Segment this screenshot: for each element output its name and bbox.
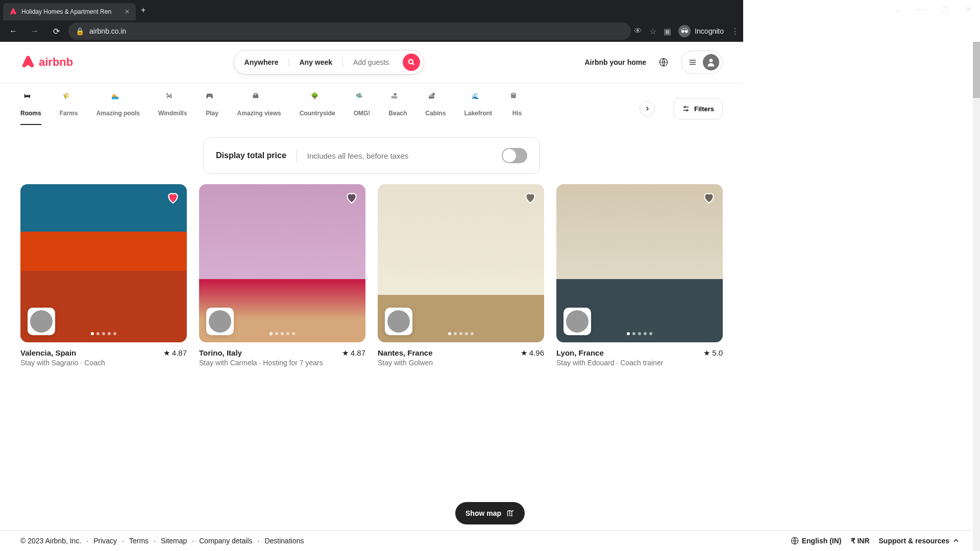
category-amazing-views[interactable]: 🏔Amazing views bbox=[237, 92, 281, 125]
user-menu[interactable] bbox=[681, 51, 723, 74]
carousel-dots bbox=[270, 332, 295, 335]
listing-image[interactable] bbox=[199, 184, 365, 342]
favorite-button[interactable] bbox=[702, 191, 716, 207]
category-label: Play bbox=[206, 110, 218, 117]
listing-card[interactable]: Lyon, France ★ 5.0 Stay with Edouard · C… bbox=[556, 184, 723, 367]
category-rooms[interactable]: 🛏Rooms bbox=[20, 92, 41, 125]
category-amazing-pools[interactable]: 🏊Amazing pools bbox=[96, 92, 140, 125]
search-icon bbox=[408, 59, 415, 66]
category-farms[interactable]: 🌾Farms bbox=[60, 92, 78, 125]
carousel-dots bbox=[448, 332, 474, 335]
category-icon: 🎮 bbox=[206, 92, 219, 106]
url-input[interactable]: 🔒 airbnb.co.in bbox=[68, 22, 631, 40]
listing-card[interactable]: Torino, Italy ★ 4.87 Stay with Carmela ·… bbox=[199, 184, 365, 367]
incognito-icon: 🕶 bbox=[678, 25, 691, 37]
host-badge bbox=[206, 308, 234, 335]
category-beach[interactable]: 🏖Beach bbox=[388, 92, 407, 125]
kebab-menu-icon[interactable]: ⋮ bbox=[731, 27, 739, 36]
heart-icon bbox=[345, 191, 358, 205]
globe-icon bbox=[659, 58, 668, 67]
category-label: Lakefront bbox=[464, 110, 492, 117]
category-lakefront[interactable]: 🌊Lakefront bbox=[464, 92, 492, 125]
category-icon: 🌳 bbox=[311, 92, 324, 106]
category-label: OMG! bbox=[354, 110, 371, 117]
reload-button[interactable]: ⟳ bbox=[47, 22, 65, 40]
category-windmills[interactable]: 🌬Windmills bbox=[158, 92, 187, 125]
back-button[interactable]: ← bbox=[4, 22, 22, 40]
favorite-button[interactable] bbox=[524, 191, 537, 207]
category-his[interactable]: 🏛His bbox=[510, 92, 524, 125]
new-tab-button[interactable]: + bbox=[141, 6, 145, 15]
listing-image[interactable] bbox=[20, 184, 187, 342]
panel-icon[interactable]: ▣ bbox=[664, 27, 671, 36]
svg-line-1 bbox=[412, 63, 414, 65]
category-label: Farms bbox=[60, 110, 78, 117]
url-text: airbnb.co.in bbox=[89, 27, 126, 35]
listing-title: Lyon, France bbox=[556, 348, 604, 358]
category-label: His bbox=[512, 110, 522, 117]
category-play[interactable]: 🎮Play bbox=[206, 92, 219, 125]
chevron-right-icon bbox=[644, 106, 650, 112]
host-avatar bbox=[566, 310, 589, 333]
airbnb-logo[interactable]: airbnb bbox=[20, 54, 73, 70]
airbnb-favicon-icon bbox=[9, 8, 17, 16]
search-where[interactable]: Anywhere bbox=[234, 58, 289, 66]
listing-rating: ★ 4.87 bbox=[342, 348, 365, 358]
category-icon: 🛏 bbox=[24, 92, 37, 106]
header-right: Airbnb your home bbox=[584, 51, 723, 74]
search-pill[interactable]: Anywhere Any week Add guests bbox=[234, 50, 425, 74]
listing-title: Nantes, France bbox=[378, 348, 433, 358]
listing-card[interactable]: Valencia, Spain ★ 4.87 Stay with Sagrari… bbox=[20, 184, 187, 367]
favorite-button[interactable] bbox=[345, 191, 358, 207]
language-button[interactable] bbox=[653, 52, 674, 72]
category-icon: 🌾 bbox=[62, 92, 76, 106]
category-omg-[interactable]: 🛸OMG! bbox=[354, 92, 371, 125]
browser-tab[interactable]: Holiday Homes & Apartment Ren ✕ bbox=[3, 3, 136, 20]
airbnb-your-home-link[interactable]: Airbnb your home bbox=[584, 58, 646, 66]
category-countryside[interactable]: 🌳Countryside bbox=[300, 92, 335, 125]
svg-point-6 bbox=[709, 59, 713, 62]
filters-label: Filters bbox=[694, 105, 714, 113]
forward-button[interactable]: → bbox=[26, 22, 44, 40]
eye-off-icon[interactable]: 👁 bbox=[634, 27, 642, 36]
search-who[interactable]: Add guests bbox=[343, 58, 399, 66]
category-icon: 🏊 bbox=[111, 92, 125, 106]
category-label: Beach bbox=[388, 110, 407, 117]
price-banner: Display total price Includes all fees, b… bbox=[203, 137, 540, 174]
search-when[interactable]: Any week bbox=[289, 58, 343, 66]
category-cabins[interactable]: 🏕Cabins bbox=[425, 92, 446, 125]
listing-rating: ★ 5.0 bbox=[703, 348, 723, 358]
listing-subtitle: Stay with Carmela · Hosting for 7 years bbox=[199, 359, 365, 367]
category-row: 🛏Rooms🌾Farms🏊Amazing pools🌬Windmills🎮Pla… bbox=[0, 83, 743, 125]
category-label: Countryside bbox=[300, 110, 335, 117]
listing-image[interactable] bbox=[378, 184, 544, 342]
filters-button[interactable]: Filters bbox=[673, 98, 723, 119]
address-bar: ← → ⟳ 🔒 airbnb.co.in 👁 ☆ ▣ 🕶 Incognito ⋮ bbox=[0, 20, 743, 42]
category-icon: 🛸 bbox=[355, 92, 369, 106]
carousel-dots bbox=[91, 332, 116, 335]
favorite-button[interactable] bbox=[166, 191, 180, 207]
bookmark-icon[interactable]: ☆ bbox=[649, 27, 656, 36]
listing-image[interactable] bbox=[556, 184, 723, 342]
toolbar-right: 👁 ☆ ▣ 🕶 Incognito ⋮ bbox=[634, 25, 739, 37]
incognito-indicator[interactable]: 🕶 Incognito bbox=[678, 25, 724, 37]
listing-title: Valencia, Spain bbox=[20, 348, 76, 358]
filters-icon bbox=[682, 105, 690, 113]
price-banner-sub: Includes all fees, before taxes bbox=[307, 152, 502, 160]
category-next-button[interactable] bbox=[640, 101, 655, 116]
listing-rating: ★ 4.96 bbox=[521, 348, 544, 358]
category-label: Amazing pools bbox=[96, 110, 140, 117]
category-icon: 🌊 bbox=[472, 92, 485, 106]
heart-icon bbox=[524, 191, 537, 205]
close-icon[interactable]: ✕ bbox=[125, 8, 130, 15]
browser-chrome: Holiday Homes & Apartment Ren ✕ + ⌄ — ▢ … bbox=[0, 0, 743, 42]
category-scroll[interactable]: 🛏Rooms🌾Farms🏊Amazing pools🌬Windmills🎮Pla… bbox=[20, 92, 621, 125]
lock-icon: 🔒 bbox=[76, 27, 84, 35]
svg-point-9 bbox=[684, 106, 686, 108]
heart-icon bbox=[166, 191, 180, 205]
listing-card[interactable]: Nantes, France ★ 4.96 Stay with Golwen bbox=[378, 184, 544, 367]
total-price-toggle[interactable] bbox=[502, 148, 527, 163]
heart-icon bbox=[702, 191, 716, 205]
host-badge bbox=[385, 308, 412, 335]
search-button[interactable] bbox=[403, 54, 420, 71]
